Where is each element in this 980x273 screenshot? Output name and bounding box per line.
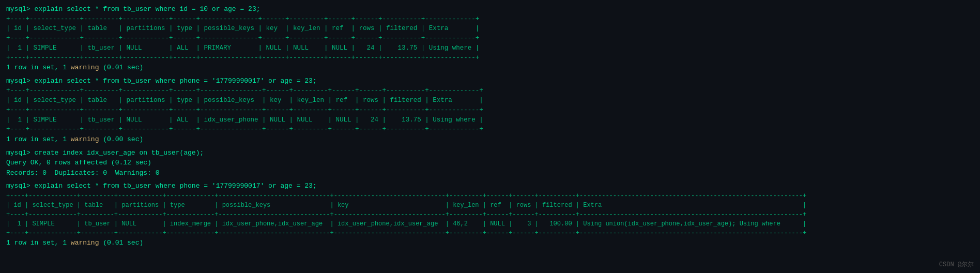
query-ok-3: Query OK, 0 rows affected (0.12 sec) [6,158,974,168]
table-border-bot-1: +----+-------------+---------+----------… [6,53,974,63]
warning-4: warning [71,239,99,247]
section-2: mysql> explain select * from tb_user whe… [6,76,974,145]
prompt-2: mysql> explain select * from tb_user whe… [6,76,974,86]
table-row-4: | 1 | SIMPLE | tb_user | NULL | index_me… [6,219,974,229]
table-row-1: | 1 | SIMPLE | tb_user | NULL | ALL | PR… [6,43,974,53]
prompt-4: mysql> explain select * from tb_user whe… [6,181,974,191]
warning-1: warning [71,64,99,71]
records-3: Records: 0 Duplicates: 0 Warnings: 0 [6,168,974,178]
table-border-mid-4: +----+-------------+---------+----------… [6,210,974,219]
terminal: mysql> explain select * from tb_user whe… [6,4,974,248]
table-border-top-1: +----+-------------+---------+----------… [6,14,974,24]
warning-2: warning [71,135,99,143]
result-2: 1 row in set, 1 warning (0.00 sec) [6,134,974,145]
section-1: mysql> explain select * from tb_user whe… [6,4,974,73]
table-border-bot-4: +----+-------------+---------+----------… [6,229,974,238]
table-row-2: | 1 | SIMPLE | tb_user | NULL | ALL | id… [6,115,974,125]
section-4: mysql> explain select * from tb_user whe… [6,181,974,248]
table-border-mid-2: +----+-------------+---------+----------… [6,105,974,115]
watermark: CSDN @尔尔 [939,260,974,269]
table-header-4: | id | select_type | table | partitions … [6,201,974,210]
table-border-top-4: +----+-------------+---------+----------… [6,191,974,201]
table-border-bot-2: +----+-------------+---------+----------… [6,125,974,134]
table-header-1: | id | select_type | table | partitions … [6,24,974,34]
result-1: 1 row in set, 1 warning (0.01 sec) [6,63,974,73]
table-border-mid-1: +----+-------------+---------+----------… [6,34,974,43]
prompt-1: mysql> explain select * from tb_user whe… [6,4,974,14]
table-border-top-2: +----+-------------+---------+----------… [6,86,974,96]
prompt-3: mysql> create index idx_user_age on tb_u… [6,148,974,158]
table-header-2: | id | select_type | table | partitions … [6,96,974,105]
result-4: 1 row in set, 1 warning (0.01 sec) [6,238,974,248]
section-3: mysql> create index idx_user_age on tb_u… [6,148,974,178]
